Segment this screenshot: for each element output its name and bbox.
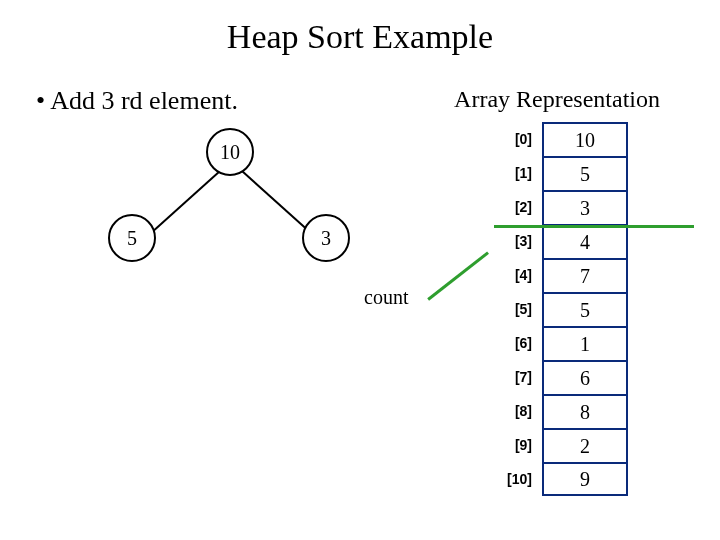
array-cell: 9 [542, 462, 628, 496]
array-index: [6] [490, 335, 542, 351]
array-index: [2] [490, 199, 542, 215]
table-row: [3] 4 [490, 224, 628, 258]
array-representation-label: Array Representation [454, 86, 660, 113]
count-arrow [427, 251, 488, 300]
tree-node-left: 5 [108, 214, 156, 262]
array-cell: 10 [542, 122, 628, 156]
array-cell: 8 [542, 394, 628, 428]
table-row: [7] 6 [490, 360, 628, 394]
count-label: count [364, 286, 408, 309]
bullet-text: • Add 3 rd element. [36, 86, 238, 116]
array-cell: 1 [542, 326, 628, 360]
table-row: [0] 10 [490, 122, 628, 156]
tree-node-right: 3 [302, 214, 350, 262]
array-cell: 4 [542, 224, 628, 258]
array-index: [7] [490, 369, 542, 385]
table-row: [8] 8 [490, 394, 628, 428]
array-cell: 5 [542, 156, 628, 190]
table-row: [5] 5 [490, 292, 628, 326]
array-cell: 7 [542, 258, 628, 292]
array-index: [1] [490, 165, 542, 181]
array-index: [8] [490, 403, 542, 419]
table-row: [4] 7 [490, 258, 628, 292]
array-index: [3] [490, 233, 542, 249]
array-cell: 2 [542, 428, 628, 462]
array-cell: 5 [542, 292, 628, 326]
array-index: [5] [490, 301, 542, 317]
table-row: [9] 2 [490, 428, 628, 462]
table-row: [1] 5 [490, 156, 628, 190]
array-index: [4] [490, 267, 542, 283]
count-highlight-line [494, 225, 694, 228]
array-table: [0] 10 [1] 5 [2] 3 [3] 4 [4] 7 [5] 5 [6]… [490, 122, 628, 496]
array-index: [0] [490, 131, 542, 147]
table-row: [10] 9 [490, 462, 628, 496]
table-row: [6] 1 [490, 326, 628, 360]
table-row: [2] 3 [490, 190, 628, 224]
slide-title: Heap Sort Example [0, 0, 720, 56]
array-index: [9] [490, 437, 542, 453]
array-cell: 3 [542, 190, 628, 224]
array-index: [10] [490, 471, 542, 487]
array-cell: 6 [542, 360, 628, 394]
tree-node-root: 10 [206, 128, 254, 176]
